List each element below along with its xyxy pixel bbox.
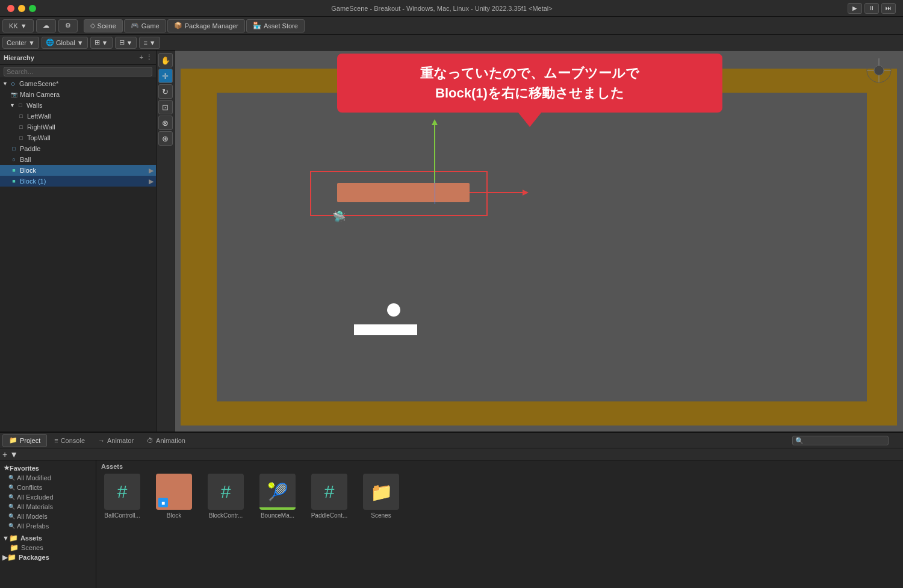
hierarchy-search-input[interactable] bbox=[4, 67, 152, 76]
search-icon-3: 🔍 bbox=[8, 494, 15, 500]
rect-tool[interactable]: ⊗ bbox=[158, 116, 173, 130]
paddlecontrol-icon: # bbox=[311, 474, 347, 510]
scale-tool[interactable]: ⊡ bbox=[158, 100, 173, 114]
topwall-icon: □ bbox=[17, 134, 25, 142]
playback-controls[interactable]: ▶ ⏸ ⏭ bbox=[848, 3, 896, 14]
center-handle bbox=[435, 180, 435, 204]
hierarchy-more[interactable]: ⋮ bbox=[146, 54, 152, 61]
rotate-tool[interactable]: ↻ bbox=[158, 84, 173, 99]
hierarchy-block[interactable]: ■ Block ▶ bbox=[0, 165, 156, 176]
hierarchy-block1[interactable]: ■ Block (1) ▶ bbox=[0, 176, 156, 187]
hierarchy-walls[interactable]: ▼ □ Walls bbox=[0, 100, 156, 111]
hierarchy-add[interactable]: + bbox=[140, 54, 143, 61]
asset-options-button[interactable]: ▼ bbox=[10, 450, 18, 459]
main-layout: Hierarchy + ⋮ ▼ ◇ GameScene* 📷 Main Came… bbox=[0, 51, 903, 432]
scenes-asset-label: Scenes bbox=[360, 512, 402, 519]
asset-blockcontrol[interactable]: # BlockContr... bbox=[205, 474, 247, 519]
block-asset-icon: ■ bbox=[156, 474, 192, 510]
play-button[interactable]: ▶ bbox=[848, 3, 862, 14]
asset-scenes[interactable]: 📁 Scenes bbox=[360, 474, 402, 519]
account-label: KK bbox=[9, 22, 18, 29]
game-tab-label: Game bbox=[141, 22, 160, 29]
move-arrow-vertical bbox=[434, 123, 435, 183]
hierarchy-leftwall[interactable]: □ LeftWall bbox=[0, 111, 156, 122]
render-dropdown[interactable]: ⊟ ▼ bbox=[115, 37, 137, 49]
add-asset-button[interactable]: + bbox=[2, 450, 7, 459]
bottom-search-input[interactable] bbox=[792, 436, 889, 445]
tab-animation[interactable]: ⏱ Animation bbox=[141, 434, 191, 447]
tool-row: Center ▼ 🌐 Global ▼ ⊞ ▼ ⊟ ▼ ≡ ▼ bbox=[0, 35, 903, 51]
animation-tab-icon: ⏱ bbox=[147, 437, 154, 444]
maximize-button[interactable] bbox=[29, 5, 36, 12]
arrow-head-up bbox=[432, 119, 438, 125]
bottom-content: ★ Favorites 🔍 All Modified 🔍 Conflicts 🔍… bbox=[0, 460, 903, 588]
fav-all-modified[interactable]: 🔍 All Modified bbox=[0, 473, 96, 483]
scenes-folder-icon: 📁 bbox=[10, 543, 19, 552]
step-button[interactable]: ⏭ bbox=[881, 3, 896, 14]
traffic-lights[interactable] bbox=[7, 5, 36, 12]
account-dropdown[interactable]: KK ▼ bbox=[2, 19, 34, 32]
fav-all-models[interactable]: 🔍 All Models bbox=[0, 512, 96, 521]
fav-all-materials[interactable]: 🔍 All Materials bbox=[0, 502, 96, 512]
asset-paddlecontrol[interactable]: # PaddleCont... bbox=[308, 474, 350, 519]
transform-tool[interactable]: ⊕ bbox=[158, 131, 173, 146]
asset-bouncema[interactable]: 🎾 BounceMa... bbox=[256, 474, 299, 519]
gamescene-icon: ◇ bbox=[9, 79, 17, 88]
tab-asset-store[interactable]: 🏪 Asset Store bbox=[246, 19, 305, 32]
minimize-button[interactable] bbox=[18, 5, 25, 12]
hierarchy-paddle[interactable]: □ Paddle bbox=[0, 143, 156, 154]
center-dropdown[interactable]: Center ▼ bbox=[2, 37, 39, 49]
hierarchy-main-camera[interactable]: 📷 Main Camera bbox=[0, 89, 156, 100]
assets-section[interactable]: ▼ 📁 Assets bbox=[0, 533, 96, 543]
tab-package-manager[interactable]: 📦 Package Manager bbox=[167, 19, 245, 32]
fav-all-prefabs[interactable]: 🔍 All Prefabs bbox=[0, 521, 96, 531]
hierarchy-ball[interactable]: ○ Ball bbox=[0, 154, 156, 165]
close-button[interactable] bbox=[7, 5, 14, 12]
fav-all-excluded[interactable]: 🔍 All Excluded bbox=[0, 492, 96, 502]
tab-project[interactable]: 📁 Project bbox=[2, 434, 47, 447]
asset-block[interactable]: ■ Block bbox=[153, 474, 195, 519]
global-dropdown[interactable]: 🌐 Global ▼ bbox=[42, 37, 88, 49]
tab-game[interactable]: 🎮 Game bbox=[124, 19, 166, 32]
scenes-folder[interactable]: 📁 Scenes bbox=[0, 543, 96, 552]
block1-arrow-right: ▶ bbox=[149, 178, 154, 185]
hand-tool[interactable]: ✋ bbox=[158, 53, 173, 67]
move-tool[interactable]: ✛ bbox=[158, 69, 173, 83]
asset-ballcontrol[interactable]: # BallControll... bbox=[101, 474, 143, 519]
packages-section[interactable]: ▶ 📁 Packages bbox=[0, 552, 96, 562]
ball-object bbox=[387, 303, 400, 317]
hierarchy-header: Hierarchy + ⋮ bbox=[0, 51, 156, 65]
grid-dropdown[interactable]: ⊞ ▼ bbox=[90, 37, 113, 49]
scene-tab-label: Scene bbox=[98, 22, 116, 29]
animation-tab-label: Animation bbox=[156, 437, 185, 444]
paddle-icon-h: □ bbox=[10, 144, 18, 153]
hierarchy-search bbox=[0, 65, 156, 78]
gizmo[interactable] bbox=[864, 55, 894, 85]
hierarchy-rightwall[interactable]: □ RightWall bbox=[0, 122, 156, 132]
hierarchy-topwall[interactable]: □ TopWall bbox=[0, 132, 156, 143]
ballcontrol-icon: # bbox=[104, 474, 140, 510]
bouncema-label: BounceMa... bbox=[256, 512, 299, 519]
hierarchy-gamescene[interactable]: ▼ ◇ GameScene* bbox=[0, 78, 156, 89]
tab-animator[interactable]: → Animator bbox=[92, 434, 140, 447]
asset-tab-icon: 🏪 bbox=[253, 22, 261, 29]
effect-dropdown[interactable]: ≡ ▼ bbox=[139, 37, 160, 49]
global-label: Global bbox=[56, 39, 75, 46]
pause-button[interactable]: ⏸ bbox=[864, 3, 879, 14]
cloud-button[interactable]: ☁ bbox=[36, 19, 56, 32]
rightwall-icon: □ bbox=[17, 123, 25, 131]
bottom-tabs: 📁 Project ≡ Console → Animator ⏱ Animati… bbox=[0, 433, 903, 448]
hierarchy-panel: Hierarchy + ⋮ ▼ ◇ GameScene* 📷 Main Came… bbox=[0, 51, 157, 432]
animator-tab-icon: → bbox=[98, 437, 105, 444]
game-tab-icon: 🎮 bbox=[131, 22, 139, 29]
tab-console[interactable]: ≡ Console bbox=[48, 434, 91, 447]
paddle-icon-scene: 🛸 bbox=[332, 210, 346, 223]
fav-all-conflicts[interactable]: 🔍 Conflicts bbox=[0, 483, 96, 492]
settings-gear[interactable]: ⚙ bbox=[58, 19, 78, 32]
tab-scene[interactable]: ◇ Scene bbox=[84, 19, 123, 32]
dropdown-arrow: ▼ bbox=[20, 22, 27, 29]
favorites-title[interactable]: ★ Favorites bbox=[0, 463, 96, 473]
fav-conflicts-label: Conflicts bbox=[17, 484, 42, 491]
assets-panel: Assets # BallControll... ■ Block bbox=[96, 460, 903, 588]
bouncema-icon: 🎾 bbox=[259, 474, 296, 510]
